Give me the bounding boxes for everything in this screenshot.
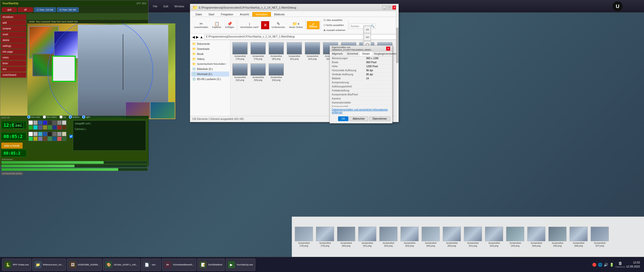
color2-cream[interactable] bbox=[62, 132, 66, 136]
settings-button[interactable]: settings bbox=[1, 43, 26, 49]
quit-button[interactable]: quit bbox=[2, 7, 17, 12]
radio-right[interactable]: right bbox=[82, 115, 90, 119]
color-purple[interactable] bbox=[38, 125, 43, 130]
up-button[interactable]: ▲ bbox=[200, 35, 203, 39]
props-ok-button[interactable]: OK bbox=[338, 116, 348, 121]
screenshot-83[interactable]: Screenshot(83).png bbox=[399, 226, 420, 248]
btn-auswahl-umk[interactable]: ⊠ Auswahl umkehren bbox=[322, 28, 347, 32]
color2-dark[interactable] bbox=[48, 132, 52, 136]
tab-datei[interactable]: Datei bbox=[192, 12, 205, 17]
taskbar-neu[interactable]: 📄 neu bbox=[141, 259, 161, 271]
color2-brown[interactable] bbox=[43, 137, 47, 141]
props-cancel-button[interactable]: Abbrechen bbox=[349, 116, 368, 121]
props-tab-details[interactable]: Details bbox=[360, 52, 372, 56]
btn-oeffnen[interactable]: 📂 Öffnen bbox=[307, 21, 319, 29]
screenshot-90[interactable]: Screenshot(90).png bbox=[442, 226, 462, 248]
add-button[interactable]: add bbox=[1, 20, 26, 25]
info-page-button[interactable]: info page bbox=[1, 49, 26, 54]
forward-button[interactable]: ▶ bbox=[196, 35, 199, 39]
color2-blue[interactable] bbox=[43, 132, 47, 136]
color2-yellow[interactable] bbox=[33, 137, 38, 141]
screenshot-79[interactable]: Screenshot(79).png bbox=[315, 226, 335, 248]
color2-green[interactable] bbox=[28, 137, 33, 141]
scrollbar-vertical[interactable] bbox=[396, 4, 398, 122]
btn-kopieren[interactable]: 📋 Kopieren bbox=[211, 21, 223, 29]
taskbar-skgtec[interactable]: 🎨 SKGtec_NARF-c_v00... bbox=[103, 259, 140, 271]
color2-light[interactable] bbox=[57, 132, 62, 136]
props-tab-allgemein[interactable]: Allgemein bbox=[330, 52, 345, 56]
props-close[interactable]: ✕ bbox=[386, 47, 390, 51]
screenshot-95[interactable]: Screenshot(95).png bbox=[547, 226, 568, 248]
scetchboard-button[interactable]: scetchboard bbox=[1, 72, 26, 78]
color2-red[interactable] bbox=[57, 137, 62, 141]
nav-systemlw[interactable]: 📁 Systemlaufwerk freizuhalten ↑ bbox=[191, 61, 229, 66]
file-thumb-82[interactable]: Screenshot(82).png bbox=[304, 41, 321, 61]
color-blue[interactable] bbox=[38, 120, 43, 125]
screenshot-94[interactable]: Screenshot(94).png bbox=[526, 226, 546, 248]
btn-neuer-ordner[interactable]: 📁+ Neuer Ordner bbox=[287, 21, 305, 29]
btn-alles-ausw[interactable]: ☑ Alles auswählen bbox=[322, 18, 347, 22]
props-remove-link[interactable]: Dateieigenschaften und persönliche Infor… bbox=[332, 108, 388, 114]
screenshot-96[interactable]: Screenshot(96).png bbox=[569, 226, 589, 248]
color-yellow-dark[interactable] bbox=[43, 125, 47, 130]
delete-button[interactable]: delete bbox=[1, 38, 26, 43]
screenshot-91[interactable]: Screenshot(91).png bbox=[463, 226, 483, 248]
color-green2[interactable] bbox=[48, 125, 52, 130]
color-gray[interactable] bbox=[33, 120, 38, 125]
screenshot-92[interactable]: Screenshot(92).png bbox=[484, 226, 504, 248]
c-drive-button[interactable]: C:\ free: 133 GB bbox=[34, 7, 56, 12]
ue-menu-file[interactable]: File bbox=[151, 4, 159, 9]
color-light[interactable] bbox=[57, 120, 62, 125]
tab-verwalten[interactable]: Verwalten bbox=[252, 12, 271, 17]
file-thumb-93[interactable]: Screenshot(93).png bbox=[250, 62, 267, 83]
btn-umbenennen[interactable]: ✎ Umbenennen bbox=[270, 21, 287, 29]
color-cyan[interactable] bbox=[33, 125, 38, 130]
taskbar-referenzraum[interactable]: 📁 Referenzraum_NA... bbox=[32, 259, 66, 271]
reset-button[interactable]: reset bbox=[1, 32, 26, 37]
d-drive-button[interactable]: D:\ free: 282 GB bbox=[57, 7, 79, 12]
props-tab-vorgaenger[interactable]: Vorgängerversionen bbox=[372, 52, 398, 56]
take-break-button[interactable]: take a break bbox=[1, 143, 23, 149]
color2-navy[interactable] bbox=[52, 137, 57, 141]
ue-menu-edit[interactable]: Edit bbox=[162, 4, 170, 9]
recycle-bin-tray[interactable]: 🗑 Papierkorb bbox=[615, 261, 625, 268]
radio-one-color[interactable]: one color bbox=[27, 115, 40, 119]
screenshot-82[interactable]: Screenshot(82).png bbox=[378, 226, 398, 248]
screenshot-80[interactable]: Screenshot(80).png bbox=[336, 226, 356, 248]
nav-bdre[interactable]: 💿 BD-RE-Laufwerk (G:) bbox=[191, 77, 229, 82]
taskbar-schreibwettbewerb[interactable]: ✏ Schreibwettbewerb... bbox=[162, 259, 196, 271]
tool-rect2[interactable]: ▭ bbox=[364, 33, 371, 41]
color-lightest[interactable] bbox=[62, 120, 66, 125]
color2-teal[interactable] bbox=[48, 137, 52, 141]
radio-bottom[interactable]: bottom bbox=[69, 115, 79, 119]
props-tab-sicherheit[interactable]: Sicherheit bbox=[345, 52, 360, 56]
radio-two-colors[interactable]: two colors bbox=[43, 115, 57, 119]
color-mid[interactable] bbox=[52, 120, 57, 125]
color-dark[interactable] bbox=[48, 120, 52, 125]
screenshot-97[interactable]: Screenshot(97).png bbox=[590, 226, 610, 248]
tab-freigeben[interactable]: Freigeben bbox=[218, 12, 237, 17]
file-thumb-79[interactable]: Screenshot(79).png bbox=[250, 41, 267, 61]
props-apply-button[interactable]: Übernehmen bbox=[369, 116, 390, 121]
color2-mid[interactable] bbox=[52, 132, 57, 136]
color-navy[interactable] bbox=[52, 125, 57, 130]
nav-bibliothek[interactable]: 💿 Bibliothek (D:) bbox=[191, 66, 229, 72]
file-thumb-80[interactable]: Screenshot(80).png bbox=[268, 41, 285, 61]
color2-cyan[interactable] bbox=[38, 132, 43, 136]
nav-dokumente[interactable]: 📁 Dokumente bbox=[191, 41, 229, 46]
taskbar-schriftstellerei[interactable]: 📝 Schriftstellerei bbox=[197, 259, 225, 271]
color-red[interactable] bbox=[57, 125, 62, 130]
minimize-button[interactable]: _ bbox=[382, 6, 386, 10]
shutdown-button[interactable]: shutdown bbox=[1, 14, 26, 20]
color-blue2[interactable] bbox=[43, 120, 47, 125]
notes-button[interactable]: notes bbox=[1, 55, 26, 60]
nav-videos[interactable]: 📁 Videos bbox=[191, 56, 229, 61]
timer-button[interactable]: timer bbox=[1, 61, 26, 66]
maximize-button[interactable]: □ bbox=[387, 6, 391, 10]
btn-nichts-ausw[interactable]: ☐ Nichts auswählen bbox=[322, 23, 347, 27]
screenshot-81[interactable]: Screenshot(81).png bbox=[357, 226, 377, 248]
color-green[interactable] bbox=[28, 125, 33, 130]
file-thumb-78[interactable]: Screenshot(78).png bbox=[231, 41, 249, 61]
btn-verschieben[interactable]: ↕ Verschieben nach* bbox=[238, 21, 261, 29]
nav-musik[interactable]: 📁 Musik bbox=[191, 51, 229, 56]
